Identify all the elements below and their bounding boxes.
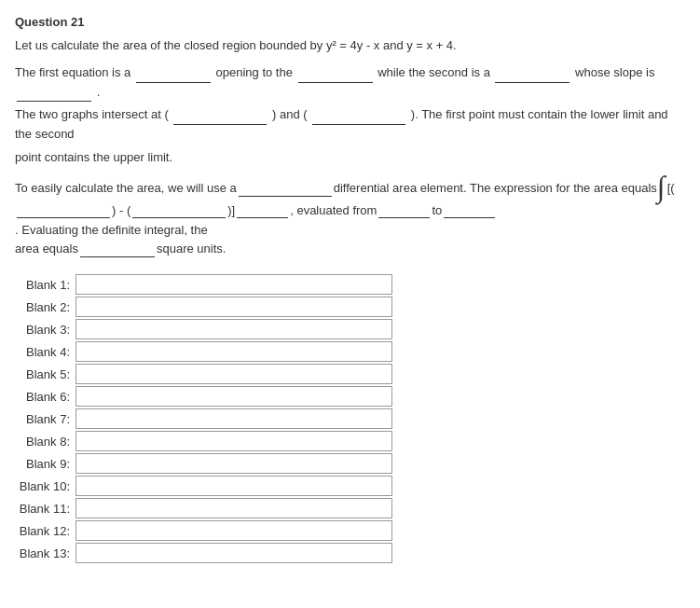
blank-row-8: Blank 8: [15,431,685,451]
p2-text7: to [432,201,442,221]
inline-blank-4 [17,87,91,102]
paragraph1-line1: The first equation is a opening to the w… [15,63,685,103]
p1-text1: The first equation is a [15,65,134,79]
blank-row-13: Blank 13: [15,543,685,563]
blank-input-12[interactable] [75,520,392,541]
blank-label-1: Blank 1: [15,278,75,292]
blank-label-6: Blank 6: [15,390,75,404]
paragraph2-block: To easily calculate the area, we will us… [15,177,685,259]
blank-row-12: Blank 12: [15,520,685,541]
blank-label-12: Blank 12: [15,524,75,538]
blank-label-4: Blank 4: [15,345,75,359]
blank-input-5[interactable] [75,364,392,384]
blank-label-8: Blank 8: [15,435,75,449]
blank-input-7[interactable] [75,408,392,429]
integral-symbol: ∫ [657,172,666,201]
p2-text10: square units. [157,240,226,259]
paragraph1-line3: point contains the upper limit. [15,148,685,168]
inline-blank-13 [80,242,155,257]
blank-input-8[interactable] [75,431,392,451]
question-number: Question 21 [15,15,685,29]
blank-input-13[interactable] [75,543,392,563]
blank-row-3: Blank 3: [15,319,685,339]
blank-input-3[interactable] [75,319,392,339]
blank-input-6[interactable] [75,386,392,407]
inline-blank-2 [298,68,373,83]
blank-input-10[interactable] [75,476,392,496]
p2-text1: To easily calculate the area, we will us… [15,179,237,199]
paragraph2-line3: area equals square units. [15,240,685,259]
blank-row-4: Blank 4: [15,341,685,362]
blank-label-3: Blank 3: [15,323,75,337]
blank-label-7: Blank 7: [15,412,75,426]
p2-text3: [( [667,179,675,199]
blank-row-9: Blank 9: [15,453,685,474]
inline-blank-9 [132,203,226,218]
p2-text6: , evaluated from [290,201,377,221]
p1-text4: whose slope is [575,65,654,79]
paragraph2-line2: ) - ( )] , evaluated from to . Evaluatin… [15,201,685,241]
blank-label-11: Blank 11: [15,502,75,516]
p1-text7: ) and ( [272,107,308,121]
inline-blank-3 [495,68,570,83]
p2-text9: area equals [15,240,78,259]
blank-row-2: Blank 2: [15,297,685,317]
inline-blank-5 [173,110,267,125]
p1-text2: opening to the [216,65,296,79]
p2-text4: ) - ( [112,201,130,221]
p1-text5: . [97,85,101,99]
blank-row-1: Blank 1: [15,274,685,295]
question-container: Question 21 Let us calculate the area of… [15,15,685,563]
p2-text8: . Evaluating the definite integral, the [15,221,208,241]
p2-text5: )] [227,201,235,221]
paragraph2-line1: To easily calculate the area, we will us… [15,177,685,201]
blank-input-1[interactable] [75,274,392,295]
blank-label-10: Blank 10: [15,479,75,493]
p1-text6: The two graphs intersect at ( [15,107,169,121]
inline-blank-11 [378,203,430,218]
blank-label-9: Blank 9: [15,457,75,471]
blank-input-2[interactable] [75,297,392,317]
blank-input-11[interactable] [75,498,392,518]
inline-blank-8 [17,203,110,218]
blank-row-5: Blank 5: [15,364,685,384]
intro-text: Let us calculate the area of the closed … [15,36,685,56]
p1-text3: while the second is a [377,65,493,79]
p1-text9: point contains the upper limit. [15,150,172,164]
inline-blank-1 [136,68,211,83]
blank-label-5: Blank 5: [15,367,75,381]
blanks-section: Blank 1: Blank 2: Blank 3: Blank 4: Blan… [15,274,685,563]
inline-blank-7 [239,182,332,197]
blank-label-2: Blank 2: [15,300,75,314]
inline-blank-10 [237,203,288,218]
blank-row-6: Blank 6: [15,386,685,407]
inline-blank-6 [312,110,405,125]
blank-row-7: Blank 7: [15,408,685,429]
blank-row-10: Blank 10: [15,476,685,496]
paragraph1-line2: The two graphs intersect at ( ) and ( ).… [15,105,685,145]
blank-input-4[interactable] [75,341,392,362]
p2-text2: differential area element. The expressio… [334,179,657,199]
blank-row-11: Blank 11: [15,498,685,518]
inline-blank-12 [444,203,495,218]
blank-label-13: Blank 13: [15,546,75,560]
blank-input-9[interactable] [75,453,392,474]
intro-sentence: Let us calculate the area of the closed … [15,38,457,52]
